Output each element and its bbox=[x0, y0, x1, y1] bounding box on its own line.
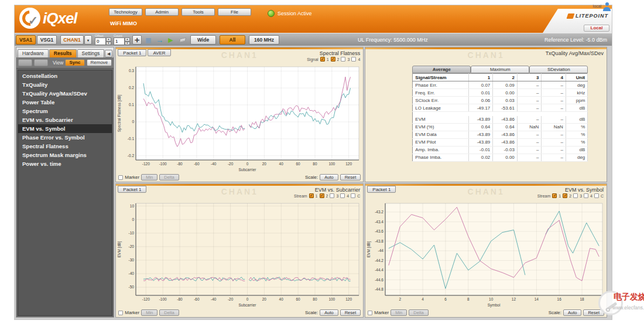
count-down-icon[interactable]: ▾ bbox=[125, 42, 130, 46]
chart-svg: 24681012141618-43.2-43.4-43.6-43.8-44-44… bbox=[365, 200, 607, 308]
tab-settings[interactable]: Settings bbox=[77, 49, 105, 57]
sidebar-item[interactable]: Constellation bbox=[18, 71, 112, 80]
local-button[interactable]: Local bbox=[584, 25, 609, 32]
scale-auto-button[interactable]: Auto bbox=[320, 174, 338, 180]
delta-button[interactable]: Delta bbox=[409, 309, 429, 316]
legend-checkbox-C[interactable] bbox=[594, 193, 599, 198]
legend-checkbox-3[interactable] bbox=[341, 57, 345, 62]
iqxel-logo: ✓ iQxel bbox=[19, 8, 77, 29]
local-mode-text: local bbox=[593, 4, 601, 8]
legend-checkbox-3[interactable] bbox=[573, 193, 578, 198]
legend-checkbox-2[interactable] bbox=[320, 193, 324, 198]
min-button[interactable]: Min bbox=[141, 309, 157, 316]
disabled-view-button-1[interactable] bbox=[18, 59, 32, 66]
marker-checkbox[interactable] bbox=[118, 311, 123, 315]
menu-admin-button[interactable]: Admin bbox=[145, 8, 179, 16]
run-continuous-icon[interactable]: ▶ bbox=[166, 35, 176, 45]
evm-subcarrier-chart[interactable]: -120-100-80-60-40-20020406080100120100-1… bbox=[116, 200, 363, 308]
aver-tab[interactable]: AVER bbox=[148, 49, 170, 56]
grid-settings-icon[interactable]: ▦ bbox=[143, 35, 153, 45]
row-value: -0.01 bbox=[468, 146, 493, 154]
legend-checkbox-1[interactable] bbox=[552, 193, 557, 198]
run-once-icon[interactable]: → bbox=[155, 35, 165, 45]
legend-checkbox-1[interactable] bbox=[320, 57, 325, 62]
table-header-cell: 2 bbox=[493, 74, 518, 81]
stat-tab-sdeviation[interactable]: SDeviation bbox=[529, 66, 588, 73]
svg-text:0: 0 bbox=[246, 297, 249, 301]
marker-checkbox[interactable] bbox=[368, 311, 372, 315]
packet-tab[interactable]: Packet 1 bbox=[118, 49, 146, 56]
min-button[interactable]: Min bbox=[141, 174, 157, 180]
marker-checkbox[interactable] bbox=[118, 175, 123, 180]
sidebar-item[interactable]: EVM vs. Subcarrier bbox=[18, 115, 112, 124]
scale-reset-button[interactable]: Reset bbox=[340, 174, 361, 180]
menu-technology-button[interactable]: Technology bbox=[109, 8, 142, 16]
row-value: – bbox=[542, 154, 566, 161]
legend-checkbox-4[interactable] bbox=[584, 193, 588, 198]
sidebar-item[interactable]: TxQuality bbox=[18, 80, 112, 89]
row-value: – bbox=[517, 146, 542, 154]
tab-results[interactable]: Results bbox=[49, 49, 77, 57]
sidebar-item[interactable]: Phase Error vs. Symbol bbox=[18, 133, 112, 142]
legend-item-label: C bbox=[357, 194, 360, 198]
legend-checkbox-4[interactable] bbox=[351, 57, 356, 62]
menu-file-button[interactable]: File bbox=[218, 8, 251, 16]
count-value[interactable]: 1 bbox=[114, 38, 125, 45]
sidebar-item[interactable]: Power Table bbox=[18, 98, 112, 107]
legend-checkbox-2[interactable] bbox=[331, 57, 335, 62]
row-value: – bbox=[517, 154, 542, 161]
panel-title: EVM vs. Subcarrier bbox=[315, 187, 361, 193]
legend-checkbox-1[interactable] bbox=[309, 193, 314, 198]
scale-auto-button[interactable]: Auto bbox=[563, 309, 581, 316]
vsa1-button[interactable]: VSA1 bbox=[16, 35, 36, 45]
row-value: 0.02 bbox=[468, 154, 493, 161]
all-button[interactable]: All bbox=[220, 35, 245, 45]
legend-checkbox-4[interactable] bbox=[340, 193, 345, 198]
collapse-sidebar-icon[interactable]: ◀ bbox=[105, 50, 112, 57]
offset-down-icon[interactable]: ▾ bbox=[106, 42, 111, 46]
sidebar-item[interactable]: Spectrum bbox=[18, 107, 112, 115]
svg-text:0.1: 0.1 bbox=[129, 103, 134, 107]
svg-text:10: 10 bbox=[489, 297, 494, 301]
svg-text:80: 80 bbox=[313, 162, 318, 166]
min-button[interactable]: Min bbox=[390, 309, 407, 316]
chan1-button[interactable]: CHAN1 bbox=[60, 35, 84, 45]
legend-checkbox-3[interactable] bbox=[330, 193, 334, 198]
spectral-flatness-chart[interactable]: -120-100-80-60-40-20020406080100120-0.2-… bbox=[116, 64, 363, 173]
remove-button[interactable]: Remove bbox=[87, 59, 112, 66]
packet-tab[interactable]: Packet 1 bbox=[118, 186, 146, 193]
delta-button[interactable]: Delta bbox=[159, 174, 179, 180]
sidebar-item[interactable]: TxQuality Avg/Max/SDev bbox=[18, 89, 112, 98]
row-value: – bbox=[517, 104, 542, 112]
offset-value[interactable]: 0 bbox=[95, 38, 106, 45]
row-value: -43.89 bbox=[468, 131, 493, 138]
stat-tab-maximum[interactable]: Maximum bbox=[471, 66, 529, 73]
svg-text:-43.4: -43.4 bbox=[375, 220, 383, 224]
evm-symbol-chart[interactable]: 24681012141618-43.2-43.4-43.6-43.8-44-44… bbox=[365, 200, 607, 308]
scale-reset-button[interactable]: Reset bbox=[340, 309, 361, 316]
navigate-button[interactable]: ✛ bbox=[132, 35, 142, 45]
stat-tab-average[interactable]: Average bbox=[412, 66, 471, 73]
sidebar-item[interactable]: EVM vs. Symbol bbox=[18, 124, 112, 133]
scale-auto-button[interactable]: Auto bbox=[320, 309, 338, 316]
legend-checkbox-2[interactable] bbox=[563, 193, 567, 198]
user-icon[interactable] bbox=[603, 2, 611, 11]
tab-hardware[interactable]: Hardware bbox=[18, 49, 49, 57]
sidebar-item[interactable]: Spectral Flatness bbox=[18, 142, 112, 151]
chan-dropdown-icon[interactable]: ▾ bbox=[84, 35, 92, 45]
eraser-icon[interactable] bbox=[177, 35, 187, 45]
menu-tools-button[interactable]: Tools bbox=[181, 8, 215, 16]
disabled-view-button-2[interactable] bbox=[34, 59, 48, 66]
sidebar-item[interactable]: Spectrum Mask margins bbox=[18, 151, 112, 159]
delta-button[interactable]: Delta bbox=[159, 309, 179, 316]
sync-button[interactable]: Sync bbox=[65, 59, 84, 66]
panel-title: Spectral Flatness bbox=[320, 50, 361, 56]
vsg1-button[interactable]: VSG1 bbox=[37, 35, 57, 45]
row-label: SClock Err. bbox=[413, 97, 469, 104]
wide-button[interactable]: Wide bbox=[190, 35, 216, 45]
bandwidth-button[interactable]: 160 MHz bbox=[249, 35, 279, 45]
svg-text:12: 12 bbox=[512, 297, 516, 301]
sidebar-item[interactable]: Power vs. time bbox=[18, 159, 112, 168]
legend-checkbox-C[interactable] bbox=[351, 193, 355, 198]
packet-tab[interactable]: Packet 1 bbox=[367, 186, 396, 193]
